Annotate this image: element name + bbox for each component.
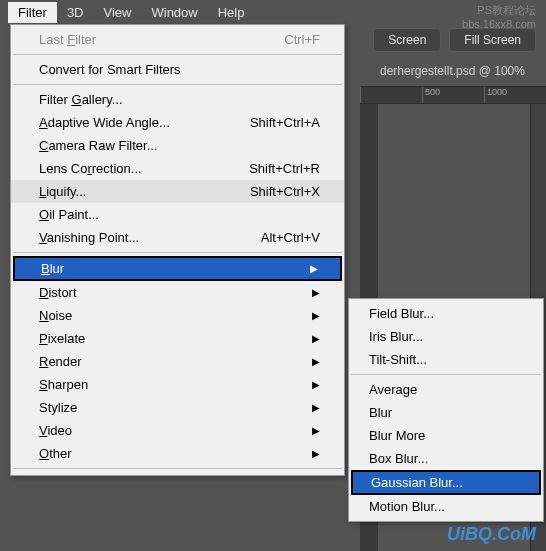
menu-pixelate[interactable]: Pixelate ▶: [11, 327, 344, 350]
submenu-arrow-icon: ▶: [312, 379, 320, 390]
submenu-arrow-icon: ▶: [312, 287, 320, 298]
submenu-gaussian-blur[interactable]: Gaussian Blur...: [351, 470, 541, 495]
submenu-arrow-icon: ▶: [312, 402, 320, 413]
submenu-motion-blur[interactable]: Motion Blur...: [349, 495, 543, 518]
fill-screen-button[interactable]: Fill Screen: [449, 28, 536, 52]
submenu-box-blur[interactable]: Box Blur...: [349, 447, 543, 470]
menu-noise[interactable]: Noise ▶: [11, 304, 344, 327]
submenu-iris-blur[interactable]: Iris Blur...: [349, 325, 543, 348]
submenu-tilt-shift[interactable]: Tilt-Shift...: [349, 348, 543, 371]
horizontal-ruler: 500 1000: [360, 86, 546, 104]
submenu-arrow-icon: ▶: [312, 310, 320, 321]
menu-stylize[interactable]: Stylize ▶: [11, 396, 344, 419]
blur-submenu: Field Blur... Iris Blur... Tilt-Shift...…: [348, 298, 544, 522]
submenu-arrow-icon: ▶: [312, 448, 320, 459]
menu-last-filter: Last Filter Ctrl+F: [11, 28, 344, 51]
separator: [13, 54, 342, 55]
menu-sharpen[interactable]: Sharpen ▶: [11, 373, 344, 396]
menu-render[interactable]: Render ▶: [11, 350, 344, 373]
menu-filter-gallery[interactable]: Filter Gallery...: [11, 88, 344, 111]
menu-blur[interactable]: Blur ▶: [13, 256, 342, 281]
submenu-blur[interactable]: Blur: [349, 401, 543, 424]
menu-window[interactable]: Window: [141, 2, 207, 23]
separator: [351, 374, 541, 375]
screen-button[interactable]: Screen: [373, 28, 441, 52]
menu-help[interactable]: Help: [208, 2, 255, 23]
menu-3d[interactable]: 3D: [57, 2, 94, 23]
menu-view[interactable]: View: [94, 2, 142, 23]
menu-vanishing-point[interactable]: Vanishing Point... Alt+Ctrl+V: [11, 226, 344, 249]
filter-dropdown: Last Filter Ctrl+F Convert for Smart Fil…: [10, 24, 345, 476]
toolbar: Screen Fill Screen: [373, 28, 536, 52]
separator: [13, 84, 342, 85]
submenu-average[interactable]: Average: [349, 378, 543, 401]
submenu-arrow-icon: ▶: [310, 263, 318, 274]
menu-filter[interactable]: Filter: [8, 2, 57, 23]
submenu-arrow-icon: ▶: [312, 333, 320, 344]
menu-other[interactable]: Other ▶: [11, 442, 344, 465]
menu-camera-raw[interactable]: Camera Raw Filter...: [11, 134, 344, 157]
menu-oil-paint[interactable]: Oil Paint...: [11, 203, 344, 226]
menu-distort[interactable]: Distort ▶: [11, 281, 344, 304]
submenu-blur-more[interactable]: Blur More: [349, 424, 543, 447]
menu-liquify[interactable]: Liquify... Shift+Ctrl+X: [11, 180, 344, 203]
menu-convert-smart[interactable]: Convert for Smart Filters: [11, 58, 344, 81]
submenu-arrow-icon: ▶: [312, 425, 320, 436]
menu-adaptive-wide-angle[interactable]: Adaptive Wide Angle... Shift+Ctrl+A: [11, 111, 344, 134]
submenu-arrow-icon: ▶: [312, 356, 320, 367]
submenu-field-blur[interactable]: Field Blur...: [349, 302, 543, 325]
menu-lens-correction[interactable]: Lens Correction... Shift+Ctrl+R: [11, 157, 344, 180]
watermark-bottom: UiBQ.CoM: [447, 524, 536, 545]
separator: [13, 468, 342, 469]
menu-video[interactable]: Video ▶: [11, 419, 344, 442]
watermark-top: PS教程论坛 bbs.16xx8.com: [462, 3, 536, 30]
document-title: derhergestellt.psd @ 100%: [380, 64, 525, 78]
separator: [13, 252, 342, 253]
